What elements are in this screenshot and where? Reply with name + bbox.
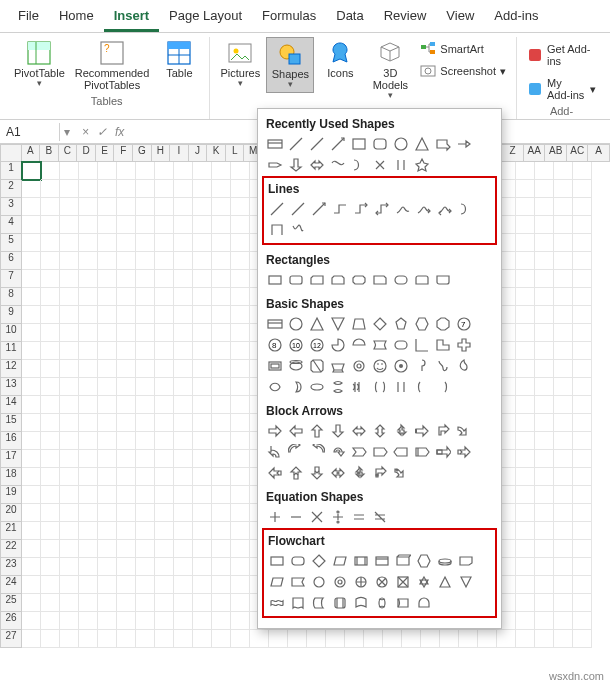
cell[interactable] <box>193 306 212 324</box>
cell[interactable] <box>60 234 79 252</box>
cell[interactable] <box>174 414 193 432</box>
cell[interactable] <box>155 342 174 360</box>
cell[interactable] <box>155 540 174 558</box>
basic-shape-7[interactable] <box>413 315 431 333</box>
cell[interactable] <box>22 396 41 414</box>
flowchart-shape-20[interactable] <box>268 594 286 612</box>
cell[interactable] <box>155 324 174 342</box>
cell[interactable] <box>155 198 174 216</box>
flowchart-shape-25[interactable] <box>373 594 391 612</box>
cell[interactable] <box>174 576 193 594</box>
tab-data[interactable]: Data <box>326 4 373 32</box>
cell[interactable] <box>41 342 60 360</box>
cell[interactable] <box>212 234 231 252</box>
cell[interactable] <box>117 360 136 378</box>
cell[interactable] <box>231 396 250 414</box>
cell[interactable] <box>60 594 79 612</box>
recent-shape-17[interactable] <box>413 156 431 174</box>
cell[interactable] <box>193 432 212 450</box>
cell[interactable] <box>212 486 231 504</box>
row-head[interactable]: 18 <box>0 468 22 486</box>
cell[interactable] <box>174 306 193 324</box>
cell[interactable] <box>79 324 98 342</box>
cell[interactable] <box>155 468 174 486</box>
rect-shape-2[interactable] <box>308 271 326 289</box>
arrow-shape-26[interactable] <box>392 464 410 482</box>
cell[interactable] <box>231 378 250 396</box>
cell[interactable] <box>554 342 573 360</box>
cell[interactable] <box>516 198 535 216</box>
cell[interactable] <box>60 306 79 324</box>
col-head[interactable]: F <box>114 144 133 162</box>
cell[interactable] <box>231 450 250 468</box>
cell[interactable] <box>193 342 212 360</box>
cell[interactable] <box>326 630 345 648</box>
cell[interactable] <box>554 252 573 270</box>
cell[interactable] <box>212 306 231 324</box>
cell[interactable] <box>193 324 212 342</box>
cell[interactable] <box>535 306 554 324</box>
cell[interactable] <box>535 630 554 648</box>
cell[interactable] <box>41 612 60 630</box>
arrow-shape-1[interactable] <box>287 422 305 440</box>
cell[interactable] <box>212 396 231 414</box>
cell[interactable] <box>231 540 250 558</box>
cell[interactable] <box>98 198 117 216</box>
rect-shape-5[interactable] <box>371 271 389 289</box>
cell[interactable] <box>60 630 79 648</box>
arrow-shape-4[interactable] <box>350 422 368 440</box>
cell[interactable] <box>193 234 212 252</box>
cell[interactable] <box>22 162 41 180</box>
cell[interactable] <box>212 378 231 396</box>
cell[interactable] <box>22 612 41 630</box>
cell[interactable] <box>535 504 554 522</box>
cell[interactable] <box>60 162 79 180</box>
cell[interactable] <box>193 468 212 486</box>
cell[interactable] <box>60 378 79 396</box>
cell[interactable] <box>383 630 402 648</box>
cell[interactable] <box>117 540 136 558</box>
cell[interactable] <box>535 432 554 450</box>
flowchart-shape-13[interactable] <box>331 573 349 591</box>
cell[interactable] <box>155 288 174 306</box>
cell[interactable] <box>193 270 212 288</box>
cell[interactable] <box>516 540 535 558</box>
cell[interactable] <box>516 558 535 576</box>
flowchart-shape-12[interactable] <box>310 573 328 591</box>
cell[interactable] <box>440 630 459 648</box>
cell[interactable] <box>60 522 79 540</box>
flowchart-shape-21[interactable] <box>289 594 307 612</box>
cell[interactable] <box>60 324 79 342</box>
cell[interactable] <box>79 306 98 324</box>
cell[interactable] <box>212 576 231 594</box>
row-head[interactable]: 7 <box>0 270 22 288</box>
cell[interactable] <box>516 594 535 612</box>
recommended-pivottables-button[interactable]: ? Recommended PivotTables <box>71 37 154 93</box>
cell[interactable] <box>98 324 117 342</box>
cell[interactable] <box>117 180 136 198</box>
row-head[interactable]: 24 <box>0 576 22 594</box>
cell[interactable] <box>22 468 41 486</box>
recent-shape-2[interactable] <box>308 135 326 153</box>
basic-shape-12[interactable]: 12 <box>308 336 326 354</box>
line-shape-9[interactable] <box>457 200 475 218</box>
icons-button[interactable]: Icons <box>316 37 364 81</box>
rect-shape-6[interactable] <box>392 271 410 289</box>
cell[interactable] <box>535 216 554 234</box>
flowchart-shape-27[interactable] <box>415 594 433 612</box>
cell[interactable] <box>117 468 136 486</box>
cell[interactable] <box>535 180 554 198</box>
cell[interactable] <box>212 162 231 180</box>
cell[interactable] <box>22 198 41 216</box>
cell[interactable] <box>421 630 440 648</box>
cell[interactable] <box>117 342 136 360</box>
arrow-shape-0[interactable] <box>266 422 284 440</box>
cell[interactable] <box>554 396 573 414</box>
cell[interactable] <box>535 162 554 180</box>
cell[interactable] <box>535 270 554 288</box>
cell[interactable] <box>79 342 98 360</box>
cell[interactable] <box>98 234 117 252</box>
cell[interactable] <box>231 594 250 612</box>
cell[interactable] <box>98 504 117 522</box>
cell[interactable] <box>231 342 250 360</box>
